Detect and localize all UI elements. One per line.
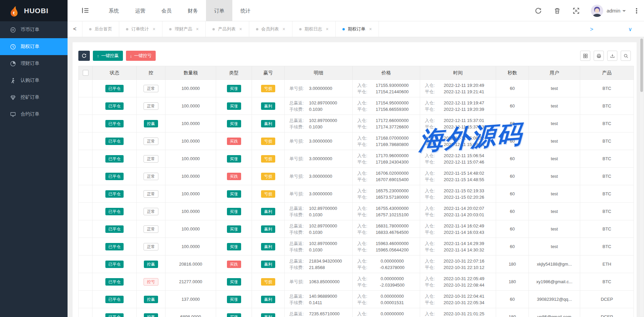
brand-name: HUOBI bbox=[24, 7, 49, 15]
price-cell-in: 入仓:15963.46000000 bbox=[357, 240, 417, 247]
product-cell: BTC bbox=[580, 273, 634, 291]
control-badge[interactable]: 控赢 bbox=[144, 313, 158, 317]
status-badge: 已平仓 bbox=[105, 85, 124, 92]
control-badge[interactable]: 正常 bbox=[144, 138, 158, 145]
detail-value: 3.00000000 bbox=[309, 85, 332, 92]
table-row: 已平仓控赢20816.0000买跌赢利总赢返:21834.94320000手续费… bbox=[79, 255, 634, 273]
amount-cell: 100.0000 bbox=[165, 132, 216, 150]
print-button[interactable] bbox=[594, 51, 604, 61]
time-cell-box: 入仓:2022-12-11 15:37:01平仓:2022-12-11 15:3… bbox=[420, 115, 496, 132]
tab-4[interactable]: 产品列表× bbox=[206, 21, 249, 37]
price-cell: 入仓:16575.23000000平仓:16573.57180000 bbox=[353, 185, 420, 203]
detail-label: 手续费: bbox=[289, 299, 307, 306]
result-badge: 赢利 bbox=[261, 261, 275, 268]
amount-cell: 6898.0000 bbox=[165, 308, 216, 317]
table-row: 已平仓正常100.0000买涨赢利总赢返:102.89700000手续费:0.1… bbox=[79, 203, 634, 220]
nav-item-2[interactable]: 运营 bbox=[127, 0, 153, 21]
kv-value: 15963.46000000 bbox=[367, 240, 417, 247]
kv-label: 入仓: bbox=[425, 170, 435, 176]
kv-label: 平仓: bbox=[357, 229, 367, 236]
nav-item-5[interactable]: 订单 bbox=[206, 0, 232, 21]
tab-2[interactable]: 订单统计× bbox=[119, 21, 162, 37]
control-badge[interactable]: 控亏 bbox=[144, 278, 158, 286]
row-select-cell bbox=[79, 308, 93, 317]
select-all-checkbox[interactable] bbox=[83, 70, 88, 76]
search-icon bbox=[623, 53, 628, 58]
control-badge[interactable]: 正常 bbox=[144, 225, 158, 233]
control-badge[interactable]: 正常 bbox=[144, 208, 158, 215]
scrollbar-thumb[interactable] bbox=[640, 39, 643, 92]
force-win-button[interactable]: ↑ 一键控赢 bbox=[93, 51, 123, 61]
tab-7[interactable]: 期权订单× bbox=[336, 21, 379, 37]
control-cell: 正常 bbox=[137, 203, 165, 220]
sidebar-item-3[interactable]: 理财订单 bbox=[0, 55, 68, 72]
product-cell: BTC bbox=[580, 132, 634, 150]
brand-logo[interactable]: HUOBI bbox=[0, 0, 68, 21]
result-cell: 亏损 bbox=[252, 185, 285, 203]
tab-1[interactable]: 后台首页 bbox=[82, 21, 119, 37]
nav-item-3[interactable]: 会员 bbox=[153, 0, 180, 21]
sidebar-collapse-icon[interactable] bbox=[82, 7, 89, 14]
detail-label: 总赢返: bbox=[289, 100, 307, 106]
refresh-icon[interactable] bbox=[535, 7, 542, 14]
orders-table: 状态控数量额类型赢亏明细价格时间秒数用户产品 已平仓正常100.0000买涨亏损… bbox=[78, 66, 634, 317]
time-cell: 入仓:2022-10-31 22:04:41平仓:2022-10-31 22:0… bbox=[420, 291, 496, 308]
control-badge[interactable]: 控赢 bbox=[144, 261, 158, 268]
time-cell-out: 平仓:2022-10-31 22:08:44 bbox=[425, 282, 493, 288]
kv-value: 2022-12-11 15:37:53 bbox=[435, 124, 493, 130]
tabs-prev-button[interactable]: < bbox=[68, 21, 82, 37]
sidebar-item-1[interactable]: 币币订单 bbox=[0, 21, 68, 38]
tabs-next-button[interactable]: > bbox=[587, 21, 597, 37]
trash-icon[interactable] bbox=[554, 7, 561, 14]
control-badge[interactable]: 控赢 bbox=[144, 296, 158, 303]
kv-label: 平仓: bbox=[357, 282, 367, 288]
tab-close-icon[interactable]: × bbox=[196, 26, 199, 32]
detail-line: 单亏损:3.00000000 bbox=[289, 85, 350, 92]
control-badge[interactable]: 正常 bbox=[144, 155, 158, 163]
status-cell: 已平仓 bbox=[93, 115, 137, 132]
price-cell-out: 平仓:16833.46764500 bbox=[357, 229, 417, 236]
type-cell: 买跌 bbox=[216, 168, 252, 185]
control-badge[interactable]: 正常 bbox=[144, 85, 158, 92]
sidebar-item-5[interactable]: 挖矿订单 bbox=[0, 89, 68, 106]
more-menu-icon[interactable] bbox=[636, 7, 637, 14]
search-button[interactable] bbox=[621, 51, 631, 61]
avatar[interactable] bbox=[591, 5, 603, 17]
nav-item-4[interactable]: 财务 bbox=[180, 0, 206, 21]
price-cell-out: 平仓:17154.21440600 bbox=[357, 89, 417, 95]
sidebar-item-2[interactable]: 期权订单 bbox=[0, 38, 68, 55]
columns-button[interactable] bbox=[580, 51, 590, 61]
tab-close-icon[interactable]: × bbox=[239, 26, 242, 32]
nav-item-6[interactable]: 统计 bbox=[232, 0, 259, 21]
control-badge[interactable]: 控赢 bbox=[144, 120, 158, 127]
tab-close-icon[interactable]: × bbox=[369, 26, 372, 32]
fullscreen-icon[interactable] bbox=[573, 7, 579, 14]
export-button[interactable] bbox=[607, 51, 617, 61]
row-select-cell bbox=[79, 150, 93, 168]
table-row: 已平仓正常100.0000买跌亏损单亏损:3.00000000入仓:16706.… bbox=[79, 168, 634, 185]
result-cell: 亏损 bbox=[252, 80, 285, 97]
detail-value: 102.89700000 bbox=[309, 100, 337, 106]
tab-3[interactable]: 理财产品× bbox=[162, 21, 206, 37]
control-badge[interactable]: 正常 bbox=[144, 190, 158, 198]
control-badge[interactable]: 正常 bbox=[144, 102, 158, 110]
tab-5[interactable]: 会员列表× bbox=[249, 21, 292, 37]
tab-6[interactable]: 期权日志× bbox=[292, 21, 336, 37]
tab-close-icon[interactable]: × bbox=[326, 26, 329, 32]
refresh-table-button[interactable] bbox=[78, 51, 90, 61]
tabs-dropdown-button[interactable]: ∨ bbox=[625, 21, 635, 37]
control-badge[interactable]: 正常 bbox=[144, 173, 158, 180]
control-badge[interactable]: 正常 bbox=[144, 243, 158, 250]
force-lose-button[interactable]: ↓ 一键控亏 bbox=[126, 51, 156, 61]
detail-box: 总赢返:102.89700000手续费:0.1030 bbox=[285, 97, 352, 115]
tab-close-icon[interactable]: × bbox=[283, 26, 285, 32]
tab-dot bbox=[299, 28, 302, 30]
sidebar-item-4[interactable]: 认购订单 bbox=[0, 72, 68, 89]
user-name[interactable]: admin bbox=[607, 8, 620, 14]
sidebar-item-6[interactable]: 合约订单 bbox=[0, 106, 68, 123]
time-cell-in: 入仓:2022-12-11 15:08:32 bbox=[425, 135, 493, 141]
product-cell: BTC bbox=[580, 185, 634, 203]
tab-close-icon[interactable]: × bbox=[153, 26, 155, 32]
nav-item-1[interactable]: 系统 bbox=[101, 0, 127, 21]
page-scrollbar[interactable] bbox=[640, 38, 643, 316]
